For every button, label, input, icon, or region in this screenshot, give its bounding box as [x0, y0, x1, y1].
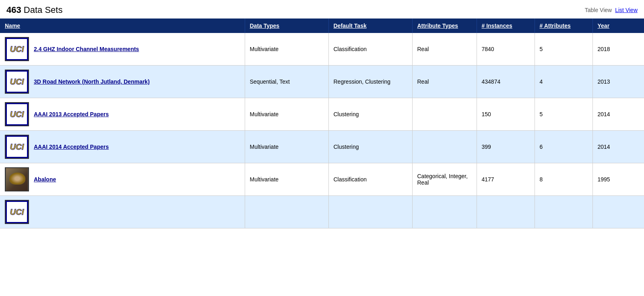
page-title: 463 Data Sets: [6, 5, 62, 15]
cell-attributes: [535, 196, 592, 228]
cell-datatypes: Multivariate: [245, 98, 328, 131]
cell-datatypes: Multivariate: [245, 33, 328, 66]
datasets-table: Name Data Types Default Task Attribute T…: [0, 18, 644, 228]
cell-attrtypes: [412, 196, 477, 228]
cell-defaulttask: Classification: [328, 33, 412, 66]
cell-year: 2018: [592, 33, 644, 66]
cell-datatypes: Multivariate: [245, 163, 328, 196]
cell-datatypes: [245, 196, 328, 228]
col-header-year[interactable]: Year: [592, 18, 644, 33]
abalone-image: [6, 167, 28, 191]
col-attrtypes-link[interactable]: Attribute Types: [417, 23, 458, 29]
col-header-name[interactable]: Name: [0, 18, 245, 33]
uci-logo: UCI: [6, 38, 28, 60]
col-year-link[interactable]: Year: [598, 23, 610, 29]
dataset-icon: UCI: [5, 135, 29, 159]
cell-attrtypes: Real: [412, 66, 477, 98]
dataset-icon: UCI: [5, 200, 29, 224]
cell-instances: 399: [477, 131, 535, 163]
cell-defaulttask: Regression, Clustering: [328, 66, 412, 98]
col-instances-link[interactable]: # Instances: [482, 23, 512, 29]
cell-attributes: 5: [535, 98, 592, 131]
name-cell: UCIAAAI 2014 Accepted Papers: [0, 131, 245, 163]
cell-datatypes: Multivariate: [245, 131, 328, 163]
uci-logo: UCI: [6, 103, 28, 125]
cell-defaulttask: Classification: [328, 163, 412, 196]
cell-year: 2014: [592, 131, 644, 163]
col-defaulttask-link[interactable]: Default Task: [334, 23, 367, 29]
cell-attrtypes: Real: [412, 33, 477, 66]
col-header-defaulttask[interactable]: Default Task: [328, 18, 412, 33]
name-cell: Abalone: [0, 163, 245, 196]
name-cell: UCI: [0, 196, 245, 228]
page-header: 463 Data Sets Table View List View: [0, 0, 644, 18]
dataset-name-link[interactable]: AAAI 2013 Accepted Papers: [34, 111, 109, 117]
dataset-name-link[interactable]: 3D Road Network (North Jutland, Denmark): [34, 78, 150, 85]
cell-instances: 4177: [477, 163, 535, 196]
cell-instances: 7840: [477, 33, 535, 66]
table-view-label[interactable]: Table View: [585, 7, 612, 13]
name-cell: UCI2.4 GHZ Indoor Channel Measurements: [0, 33, 245, 66]
col-attributes-link[interactable]: # Attributes: [540, 23, 571, 29]
table-header-row: Name Data Types Default Task Attribute T…: [0, 18, 644, 33]
col-name-link[interactable]: Name: [5, 23, 20, 29]
cell-attrtypes: [412, 131, 477, 163]
col-datatypes-link[interactable]: Data Types: [250, 23, 280, 29]
col-header-attributes[interactable]: # Attributes: [535, 18, 592, 33]
col-header-attrtypes[interactable]: Attribute Types: [412, 18, 477, 33]
cell-datatypes: Sequential, Text: [245, 66, 328, 98]
cell-defaulttask: Clustering: [328, 98, 412, 131]
col-header-datatypes[interactable]: Data Types: [245, 18, 328, 33]
cell-defaulttask: [328, 196, 412, 228]
cell-instances: 150: [477, 98, 535, 131]
table-row: UCI3D Road Network (North Jutland, Denma…: [0, 66, 644, 98]
dataset-icon: [5, 167, 29, 191]
dataset-name-link[interactable]: Abalone: [34, 176, 56, 183]
uci-logo: UCI: [6, 70, 28, 93]
cell-instances: 434874: [477, 66, 535, 98]
dataset-name-link[interactable]: AAAI 2014 Accepted Papers: [34, 144, 109, 150]
name-cell: UCI3D Road Network (North Jutland, Denma…: [0, 66, 245, 98]
cell-year: 1995: [592, 163, 644, 196]
cell-attrtypes: [412, 98, 477, 131]
cell-instances: [477, 196, 535, 228]
cell-attributes: 6: [535, 131, 592, 163]
dataset-icon: UCI: [5, 37, 29, 61]
cell-attributes: 4: [535, 66, 592, 98]
table-row: AbaloneMultivariateClassificationCategor…: [0, 163, 644, 196]
dataset-icon: UCI: [5, 70, 29, 94]
table-row: UCIAAAI 2013 Accepted PapersMultivariate…: [0, 98, 644, 131]
dataset-icon: UCI: [5, 102, 29, 126]
cell-attrtypes: Categorical, Integer, Real: [412, 163, 477, 196]
list-view-link[interactable]: List View: [615, 7, 638, 13]
view-toggle: Table View List View: [585, 7, 638, 13]
cell-year: 2014: [592, 98, 644, 131]
uci-logo: UCI: [6, 201, 28, 223]
table-row: UCI2.4 GHZ Indoor Channel MeasurementsMu…: [0, 33, 644, 66]
table-row: UCIAAAI 2014 Accepted PapersMultivariate…: [0, 131, 644, 163]
col-header-instances[interactable]: # Instances: [477, 18, 535, 33]
uci-logo: UCI: [6, 136, 28, 158]
cell-defaulttask: Clustering: [328, 131, 412, 163]
dataset-name-link[interactable]: 2.4 GHZ Indoor Channel Measurements: [34, 46, 139, 52]
table-row: UCI: [0, 196, 644, 228]
cell-attributes: 5: [535, 33, 592, 66]
name-cell: UCIAAAI 2013 Accepted Papers: [0, 98, 245, 131]
cell-year: 2013: [592, 66, 644, 98]
cell-year: [592, 196, 644, 228]
cell-attributes: 8: [535, 163, 592, 196]
